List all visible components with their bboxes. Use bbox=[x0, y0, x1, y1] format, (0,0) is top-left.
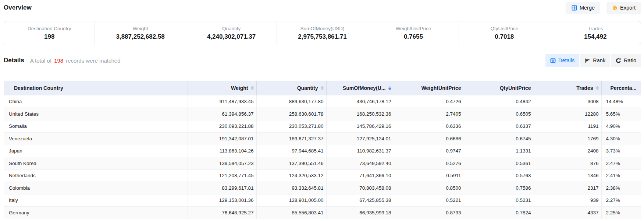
records-summary: A total of198records were matched bbox=[30, 57, 121, 64]
table-body: China911,487,933.45889,630,177.80430,746… bbox=[4, 95, 641, 219]
cell-quantity: 85,556,803.41 bbox=[256, 207, 326, 219]
cell-weight-unit-price: 0.5911 bbox=[394, 169, 464, 182]
cell-qty-unit-price: 0.5763 bbox=[464, 169, 534, 182]
table-row-colombia: Colombia83,299,617.8193,332,645.8170,803… bbox=[4, 182, 641, 194]
cell-qty-unit-price: 0.4842 bbox=[464, 95, 534, 108]
export-button[interactable]: Export bbox=[606, 2, 641, 14]
column-header-label: QtyUnitPrice bbox=[500, 85, 531, 91]
stat-label: Destination Country bbox=[28, 26, 71, 31]
details-table: Destination CountryWeightQuantitySumOfMo… bbox=[4, 81, 641, 219]
table-row-germany: Germany76,648,925.2785,556,803.4166,935,… bbox=[4, 207, 641, 219]
column-header-sum-of-money[interactable]: SumOfMoney(U... bbox=[326, 81, 394, 95]
cell-sum-of-money: 71,641,366.10 bbox=[326, 169, 394, 182]
cell-trades: 1769 bbox=[534, 133, 601, 145]
cell-weight: 113,863,104.26 bbox=[188, 145, 256, 157]
cell-qty-unit-price: 0.6745 bbox=[464, 133, 534, 145]
cell-qty-unit-price: 0.5361 bbox=[464, 157, 534, 170]
cell-country: Netherlands bbox=[4, 169, 188, 182]
cell-percentage: 4.90% bbox=[601, 120, 641, 133]
cell-qty-unit-price: 0.6337 bbox=[464, 120, 534, 133]
cell-country: Italy bbox=[4, 194, 188, 207]
cell-weight-unit-price: 0.6336 bbox=[394, 120, 464, 133]
stat-label: WeightUnitPrice bbox=[396, 26, 431, 31]
cell-weight-unit-price: 0.5221 bbox=[394, 194, 464, 207]
cell-country: South Korea bbox=[4, 157, 188, 170]
column-header-country: Destination Country bbox=[4, 81, 188, 95]
cell-quantity: 258,630,601.78 bbox=[256, 108, 326, 120]
view-button-rank[interactable]: Rank bbox=[580, 54, 610, 67]
sort-icon bbox=[596, 86, 599, 90]
records-count: 198 bbox=[54, 57, 63, 64]
cell-trades: 939 bbox=[534, 194, 601, 207]
cell-weight-unit-price: 0.4726 bbox=[394, 95, 464, 108]
table-row-italy: Italy129,153,001.36128,901,005.0067,425,… bbox=[4, 194, 641, 207]
merge-button-label: Merge bbox=[580, 5, 595, 11]
cell-quantity: 889,630,177.80 bbox=[256, 95, 326, 108]
cell-qty-unit-price: 0.5231 bbox=[464, 194, 534, 207]
cell-country: Colombia bbox=[4, 182, 188, 194]
cell-weight: 230,093,221.88 bbox=[188, 120, 256, 133]
stat-value: 3,887,252,682.58 bbox=[116, 33, 164, 41]
overview-stats-card: Destination Country198Weight3,887,252,68… bbox=[4, 21, 641, 45]
cell-quantity: 128,901,005.00 bbox=[256, 194, 326, 207]
view-button-ratio[interactable]: Ratio bbox=[611, 54, 641, 67]
cell-weight-unit-price: 0.6686 bbox=[394, 133, 464, 145]
merge-button[interactable]: Merge bbox=[566, 2, 600, 14]
cell-quantity: 189,671,327.37 bbox=[256, 133, 326, 145]
cell-weight: 911,487,933.45 bbox=[188, 95, 256, 108]
cell-qty-unit-price: 0.6505 bbox=[464, 108, 534, 120]
cell-trades: 1346 bbox=[534, 169, 601, 182]
top-bar: Overview Merge Export bbox=[4, 0, 641, 15]
cell-percentage: 2.41% bbox=[601, 169, 641, 182]
cell-percentage: 4.30% bbox=[601, 133, 641, 145]
pie-chart-icon bbox=[616, 58, 621, 63]
stat-value: 154,492 bbox=[584, 33, 606, 41]
export-button-label: Export bbox=[620, 5, 636, 11]
cell-sum-of-money: 67,425,855.38 bbox=[326, 194, 394, 207]
stat-label: Weight bbox=[133, 26, 148, 31]
cell-quantity: 93,332,645.81 bbox=[256, 182, 326, 194]
cell-qty-unit-price: 0.7586 bbox=[464, 182, 534, 194]
cell-weight: 191,342,087.01 bbox=[188, 133, 256, 145]
cell-percentage: 14.48% bbox=[601, 95, 641, 108]
cell-percentage: 2.25% bbox=[601, 207, 641, 219]
summary-prefix: A total of bbox=[30, 57, 51, 64]
cell-sum-of-money: 66,935,999.18 bbox=[326, 207, 394, 219]
stat-value: 0.7655 bbox=[404, 33, 423, 41]
cell-weight: 139,594,057.23 bbox=[188, 157, 256, 170]
column-header-label: Weight bbox=[231, 85, 248, 91]
cell-country: Germany bbox=[4, 207, 188, 219]
column-header-label: Destination Country bbox=[14, 85, 63, 91]
stat-value: 4,240,302,071.37 bbox=[207, 33, 256, 41]
column-header-quantity[interactable]: Quantity bbox=[256, 81, 326, 95]
cell-weight-unit-price: 0.9747 bbox=[394, 145, 464, 157]
stat-value: 0.7018 bbox=[495, 33, 514, 41]
column-header-weight[interactable]: Weight bbox=[188, 81, 256, 95]
stat-item-quantity: Quantity4,240,302,071.37 bbox=[186, 21, 277, 45]
sort-icon bbox=[321, 86, 324, 90]
view-switcher: DetailsRankRatio bbox=[545, 54, 641, 67]
stat-value: 198 bbox=[44, 33, 54, 41]
table-header-row: Destination CountryWeightQuantitySumOfMo… bbox=[4, 81, 641, 95]
stat-item-sumofmoney-usd: SumOfMoney(USD)2,975,753,861.71 bbox=[277, 21, 367, 45]
cell-sum-of-money: 73,649,592.40 bbox=[326, 157, 394, 170]
sort-caret-down bbox=[388, 88, 391, 90]
view-button-details[interactable]: Details bbox=[545, 54, 579, 67]
sort-caret-down bbox=[596, 88, 599, 90]
cell-country: Venezuela bbox=[4, 133, 188, 145]
column-header-trades[interactable]: Trades bbox=[534, 81, 601, 95]
cell-percentage: 2.47% bbox=[601, 157, 641, 170]
cell-weight: 61,394,856.37 bbox=[188, 108, 256, 120]
cell-weight-unit-price: 2.7405 bbox=[394, 108, 464, 120]
cell-weight-unit-price: 0.5276 bbox=[394, 157, 464, 170]
column-header-label: Trades bbox=[576, 85, 593, 91]
stat-item-weight: Weight3,887,252,682.58 bbox=[95, 21, 185, 45]
column-header-weight-unit-price: WeightUnitPrice bbox=[394, 81, 464, 95]
cell-weight: 121,208,771.45 bbox=[188, 169, 256, 182]
cell-weight: 76,648,925.27 bbox=[188, 207, 256, 219]
export-icon bbox=[612, 5, 618, 11]
cell-trades: 2408 bbox=[534, 145, 601, 157]
cell-qty-unit-price: 0.7824 bbox=[464, 207, 534, 219]
table-row-south-korea: South Korea139,594,057.23137,390,551.467… bbox=[4, 157, 641, 170]
summary-suffix: records were matched bbox=[66, 57, 120, 64]
